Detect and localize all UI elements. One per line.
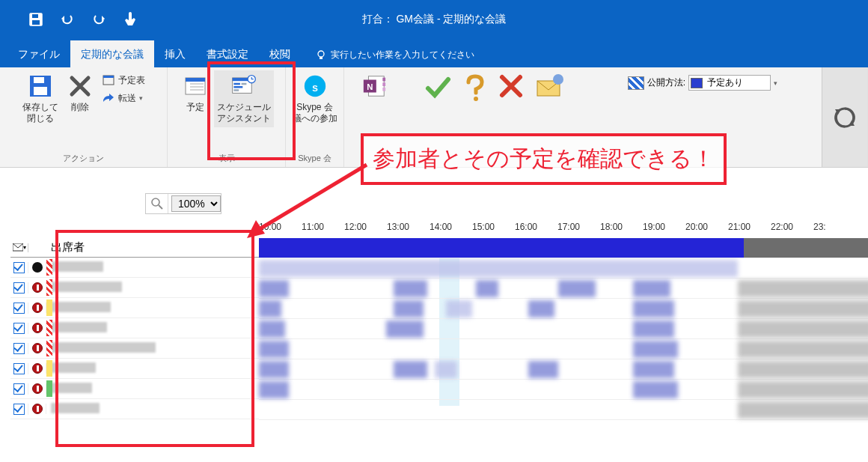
show-as-icon [628, 76, 644, 90]
busy-block [386, 320, 424, 338]
skype-icon: S [302, 73, 328, 99]
tab-format[interactable]: 書式設定 [196, 40, 259, 67]
decline-icon[interactable] [498, 73, 524, 99]
zoom-control[interactable]: 100% [145, 193, 221, 214]
attendee-checkbox[interactable] [10, 303, 28, 314]
appointment-button[interactable]: 予定 [180, 70, 211, 116]
time-slot: 12:00 [344, 222, 387, 238]
attendee-checkbox[interactable] [10, 323, 28, 334]
actions-group-label: アクション [63, 153, 104, 165]
attendee-status-icon [28, 343, 46, 353]
busy-block [738, 361, 868, 378]
busy-block [259, 361, 289, 378]
publish-method-row: 公開方法: 予定あり ▾ [628, 70, 777, 91]
schedule-row[interactable] [259, 299, 868, 319]
quick-access-toolbar [4, 10, 139, 28]
skype-meeting-button[interactable]: S Skype 会 議への参加 [290, 70, 340, 127]
attendee-name [46, 342, 259, 355]
attendee-row[interactable] [10, 278, 259, 298]
attendees-label: 出席者 [46, 240, 259, 255]
delete-button[interactable]: 削除 [64, 70, 96, 116]
attendee-name [46, 403, 259, 416]
svg-rect-17 [233, 83, 240, 85]
chevron-down-icon[interactable]: ▾ [774, 79, 777, 87]
window-title: 打合： GM会議 - 定期的な会議 [362, 13, 507, 26]
attendee-row[interactable] [10, 318, 259, 338]
svg-rect-27 [382, 78, 385, 82]
accept-icon[interactable] [424, 73, 452, 102]
svg-rect-2 [32, 20, 40, 25]
busy-block [738, 341, 868, 358]
scheduling-assistant-button[interactable]: スケジュール アシスタント [214, 70, 274, 127]
attendee-row[interactable] [10, 258, 259, 278]
schedule-row[interactable] [259, 339, 868, 359]
title-bar: 打合： GM会議 - 定期的な会議 [0, 0, 868, 39]
attendee-checkbox[interactable] [10, 282, 28, 294]
attendee-checkbox[interactable] [10, 363, 28, 374]
busy-block [259, 381, 289, 398]
busy-block [738, 381, 868, 398]
scheduling-assistant-pane: 100% 10:0011:0012:0013:0014:0015:0016:00… [10, 193, 868, 462]
attendee-row[interactable] [10, 379, 259, 399]
magnifier-icon[interactable] [146, 194, 168, 213]
undo-icon[interactable] [58, 10, 76, 28]
all-attendees-outside-bar [744, 238, 868, 258]
svg-rect-18 [241, 83, 246, 85]
attendee-row[interactable] [10, 399, 259, 419]
schedule-row[interactable] [259, 319, 868, 339]
forward-button[interactable]: 転送▾ [99, 90, 148, 106]
schedule-row[interactable] [259, 258, 868, 279]
calendar-view-button[interactable]: 予定表 [99, 72, 148, 88]
tab-review[interactable]: 校閲 [259, 40, 301, 67]
attendee-name [46, 362, 259, 375]
busy-block [558, 280, 596, 297]
save-close-button[interactable]: 保存して 閉じる [19, 70, 61, 127]
schedule-row[interactable] [259, 279, 868, 299]
tentative-icon[interactable] [462, 73, 488, 103]
respond-icon[interactable] [534, 73, 564, 100]
onenote-button[interactable]: N [358, 70, 390, 105]
publish-method-dropdown[interactable]: 予定あり [688, 75, 771, 91]
tab-insert[interactable]: 挿入 [154, 40, 196, 67]
svg-rect-11 [186, 78, 205, 82]
time-slot: 11:00 [302, 222, 344, 238]
attendee-row[interactable] [10, 298, 259, 318]
svg-point-3 [318, 51, 324, 57]
tell-me-search[interactable]: 実行したい作業を入力してください [301, 49, 482, 67]
busy-block [633, 341, 678, 358]
schedule-grid[interactable] [259, 238, 868, 462]
svg-rect-1 [32, 14, 38, 18]
schedule-row[interactable] [259, 359, 868, 380]
svg-point-30 [474, 97, 478, 101]
time-slot: 18:00 [600, 222, 643, 238]
busy-block [633, 280, 670, 297]
attendee-name [46, 261, 259, 274]
refresh-icon[interactable] [832, 105, 858, 130]
time-header: 10:0011:0012:0013:0014:0015:0016:0017:00… [259, 222, 868, 238]
attendee-checkbox[interactable] [10, 404, 28, 415]
attendee-status-icon [28, 323, 46, 333]
busy-block [476, 280, 498, 297]
appointment-icon [183, 73, 208, 99]
schedule-row[interactable] [259, 380, 868, 400]
redo-icon[interactable] [90, 10, 108, 28]
attendee-checkbox[interactable] [10, 262, 28, 273]
attendee-checkbox[interactable] [10, 383, 28, 395]
tab-file[interactable]: ファイル [7, 40, 70, 67]
schedule-row[interactable] [259, 400, 868, 420]
attendee-row[interactable] [10, 359, 259, 379]
tab-recurring-meeting[interactable]: 定期的な会議 [70, 40, 154, 67]
busy-block [738, 280, 868, 297]
save-icon[interactable] [27, 10, 45, 28]
onenote-icon: N [361, 73, 387, 99]
time-slot: 19:00 [643, 222, 685, 238]
attendee-row[interactable] [10, 338, 259, 359]
attendee-checkbox[interactable] [10, 343, 28, 354]
attendee-status-icon [28, 404, 46, 414]
envelope-icon[interactable]: ▾ [10, 243, 28, 252]
touch-mode-icon[interactable] [121, 10, 139, 28]
zoom-select[interactable]: 100% [171, 195, 221, 212]
svg-point-33 [152, 198, 159, 206]
svg-point-32 [553, 74, 563, 85]
busy-block [738, 320, 868, 338]
